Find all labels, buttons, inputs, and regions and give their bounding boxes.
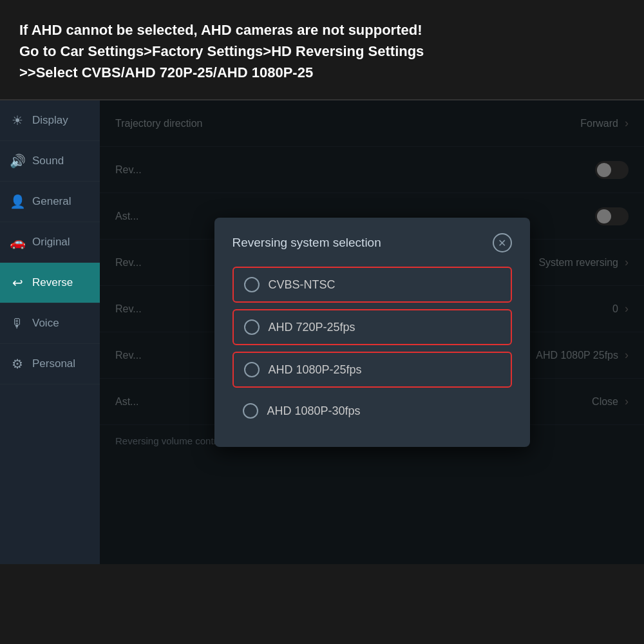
label-ahd-1080p-25: AHD 1080P-25fps xyxy=(269,363,362,377)
dialog-title: Reversing system selection xyxy=(232,236,381,250)
display-icon: ☀ xyxy=(9,112,26,129)
voice-icon: 🎙 xyxy=(9,315,26,332)
radio-ahd-1080p-30[interactable] xyxy=(243,403,258,419)
sidebar-item-reverse[interactable]: ↩ Reverse xyxy=(0,263,100,303)
label-cvbs-ntsc: CVBS-NTSC xyxy=(269,278,336,292)
sidebar-label-voice: Voice xyxy=(32,317,59,330)
sidebar-label-sound: Sound xyxy=(32,155,64,167)
option-cvbs-ntsc[interactable]: CVBS-NTSC xyxy=(232,267,512,303)
general-icon: 👤 xyxy=(9,193,26,210)
sidebar: ☀ Display 🔊 Sound 👤 General 🚗 Original ↩… xyxy=(0,100,100,564)
label-ahd-720p: AHD 720P-25fps xyxy=(269,321,355,334)
radio-cvbs-ntsc[interactable] xyxy=(244,277,260,292)
sidebar-label-personal: Personal xyxy=(32,357,75,370)
radio-ahd-1080p-25[interactable] xyxy=(244,362,260,377)
radio-ahd-720p[interactable] xyxy=(244,319,260,335)
banner-line1: If AHD cannot be selected, AHD cameras a… xyxy=(19,19,625,41)
option-ahd-1080p-30[interactable]: AHD 1080P-30fps xyxy=(232,394,512,428)
sidebar-item-personal[interactable]: ⚙ Personal xyxy=(0,344,100,384)
sidebar-item-sound[interactable]: 🔊 Sound xyxy=(0,141,100,182)
option-ahd-720p[interactable]: AHD 720P-25fps xyxy=(232,309,512,345)
dialog-overlay: Reversing system selection ✕ CVBS-NTSC A… xyxy=(100,100,644,564)
sound-icon: 🔊 xyxy=(9,153,26,169)
content-panel: Trajectory direction Forward › Rev... As… xyxy=(100,100,644,564)
top-banner: If AHD cannot be selected, AHD cameras a… xyxy=(0,0,644,100)
original-icon: 🚗 xyxy=(9,234,26,251)
option-ahd-1080p-25[interactable]: AHD 1080P-25fps xyxy=(232,352,512,388)
personal-icon: ⚙ xyxy=(9,355,26,372)
dialog-header: Reversing system selection ✕ xyxy=(232,233,512,252)
sidebar-item-original[interactable]: 🚗 Original xyxy=(0,222,100,263)
reversing-system-dialog: Reversing system selection ✕ CVBS-NTSC A… xyxy=(214,218,530,447)
banner-line3: >>Select CVBS/AHD 720P-25/AHD 1080P-25 xyxy=(19,62,625,83)
sidebar-label-original: Original xyxy=(32,236,70,249)
sidebar-label-general: General xyxy=(32,195,71,208)
sidebar-item-general[interactable]: 👤 General xyxy=(0,182,100,222)
dialog-close-button[interactable]: ✕ xyxy=(493,233,512,252)
label-ahd-1080p-30: AHD 1080P-30fps xyxy=(267,404,361,418)
sidebar-label-reverse: Reverse xyxy=(32,276,73,289)
sidebar-item-display[interactable]: ☀ Display xyxy=(0,100,100,141)
main-area: ☀ Display 🔊 Sound 👤 General 🚗 Original ↩… xyxy=(0,100,644,564)
sidebar-item-voice[interactable]: 🎙 Voice xyxy=(0,303,100,344)
banner-line2: Go to Car Settings>Factory Settings>HD R… xyxy=(19,41,625,62)
sidebar-label-display: Display xyxy=(32,114,68,127)
reverse-icon: ↩ xyxy=(9,274,26,291)
